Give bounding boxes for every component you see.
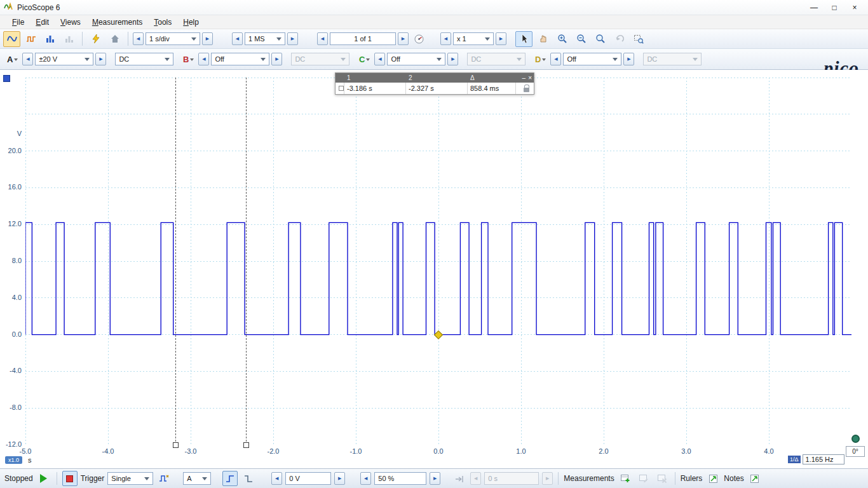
scope-plot[interactable] <box>25 78 851 445</box>
delay-enable-button[interactable] <box>452 471 467 486</box>
dropdown-arrow-icon <box>693 58 698 64</box>
time-ruler-2[interactable] <box>246 78 247 445</box>
channel-b-range-up-button[interactable]: ▶ <box>271 53 282 65</box>
buffer-next-button[interactable]: ▶ <box>398 32 409 45</box>
samples-increase-button[interactable]: ▶ <box>287 32 298 45</box>
menu-edit[interactable]: Edit <box>30 17 55 28</box>
dropdown-arrow-icon <box>144 477 149 483</box>
zoom-select[interactable]: x 1 <box>453 32 494 45</box>
zoom-value: x 1 <box>457 35 466 43</box>
channel-d-range-down-button[interactable]: ◀ <box>550 53 561 65</box>
notes-button[interactable] <box>747 471 763 486</box>
add-measurement-button[interactable] <box>618 471 633 486</box>
advanced-trigger-icon <box>159 473 169 484</box>
menu-tools[interactable]: Tools <box>148 17 177 28</box>
delay-value: 0 s <box>488 475 498 482</box>
stop-button[interactable] <box>62 471 78 486</box>
x-tick-label: 1.0 <box>508 447 534 455</box>
ruler-legend[interactable]: 1 2 Δ – × -3.186 s -2.327 s 858.4 ms <box>335 72 534 95</box>
legend-minimize-button[interactable]: – <box>522 75 526 81</box>
ruler-handle[interactable] <box>243 442 249 448</box>
axis-scroll-handle[interactable] <box>851 435 860 443</box>
buffer-previous-button[interactable]: ◀ <box>317 32 328 45</box>
lightning-icon <box>91 34 101 44</box>
channel-a-range-select[interactable]: ±20 V <box>35 53 93 65</box>
menu-file[interactable]: File <box>6 17 30 28</box>
square-wave-icon <box>26 34 36 44</box>
pretrigger-input[interactable]: 50 % <box>374 472 426 485</box>
time-ruler-1[interactable] <box>175 78 176 445</box>
channel-a-range-up-button[interactable]: ▶ <box>95 53 106 65</box>
legend-drag-handle[interactable] <box>339 86 344 91</box>
samples-select[interactable]: 1 MS <box>245 32 285 45</box>
pretrigger-value: 50 % <box>378 475 394 482</box>
rulers-button[interactable] <box>705 471 721 486</box>
timebase-value: 1 s/div <box>149 35 170 43</box>
home-button[interactable] <box>106 31 123 47</box>
trigger-level-input[interactable]: 0 V <box>285 472 331 485</box>
persistence-view-button[interactable] <box>60 31 78 47</box>
scope-view-button[interactable] <box>3 31 20 47</box>
channel-c-range-up-button[interactable]: ▶ <box>447 53 458 65</box>
zoom-increase-button[interactable]: ▶ <box>496 32 506 45</box>
dropdown-arrow-icon <box>165 58 170 64</box>
buffer-navigator-button[interactable] <box>410 31 428 47</box>
channel-d-range-select[interactable]: Off <box>563 53 621 65</box>
channel-b-label[interactable]: B <box>183 55 194 64</box>
channel-c-range-select[interactable]: Off <box>387 53 445 65</box>
menu-help[interactable]: Help <box>177 17 205 28</box>
menu-measurements[interactable]: Measurements <box>86 17 148 28</box>
edit-measurement-button <box>636 471 651 486</box>
falling-edge-button[interactable] <box>241 471 256 486</box>
pretrigger-up-button[interactable]: ▶ <box>430 472 440 485</box>
channel-a-coupling-select[interactable]: DC <box>115 53 173 65</box>
trigger-source-select[interactable]: A <box>183 472 211 485</box>
x-tick-label: -3.0 <box>178 447 203 455</box>
samples-decrease-button[interactable]: ◀ <box>232 32 243 45</box>
legend-close-button[interactable]: × <box>528 75 532 81</box>
pointer-tool-button[interactable] <box>515 31 532 47</box>
advanced-trigger-button[interactable] <box>156 471 172 486</box>
channel-a-range-value: ±20 V <box>39 55 57 63</box>
marquee-zoom-button[interactable] <box>630 31 647 47</box>
delete-measurement-icon <box>657 473 667 484</box>
menu-views[interactable]: Views <box>55 17 86 28</box>
channel-a-range-down-button[interactable]: ◀ <box>22 53 33 65</box>
channel-a-coupling-value: DC <box>119 55 129 63</box>
xy-view-button[interactable] <box>22 31 39 47</box>
channel-c-range-down-button[interactable]: ◀ <box>374 53 385 65</box>
channel-b-range-down-button[interactable]: ◀ <box>198 53 209 65</box>
timebase-increase-button[interactable]: ▶ <box>202 32 213 45</box>
dropdown-arrow-icon <box>517 58 522 64</box>
lock-icon[interactable] <box>524 88 529 92</box>
channel-a-label[interactable]: A <box>7 55 18 64</box>
undo-zoom-button[interactable] <box>611 31 628 47</box>
minimize-button[interactable]: — <box>804 1 824 14</box>
zoom-full-tool-button[interactable] <box>592 31 609 47</box>
zoom-in-icon <box>557 34 567 44</box>
zoom-decrease-button[interactable]: ◀ <box>440 32 451 45</box>
auto-setup-button[interactable] <box>87 31 104 47</box>
trigger-level-up-button[interactable]: ▶ <box>334 472 345 485</box>
rising-edge-button[interactable] <box>222 471 238 486</box>
zoom-in-tool-button[interactable] <box>553 31 571 47</box>
zoom-out-tool-button[interactable] <box>573 31 590 47</box>
trigger-level-down-button[interactable]: ◀ <box>271 472 282 485</box>
notes-label: Notes <box>724 474 743 483</box>
channel-c-label[interactable]: C <box>359 55 370 64</box>
channel-b-range-select[interactable]: Off <box>211 53 269 65</box>
pretrigger-down-button[interactable]: ◀ <box>360 472 371 485</box>
timebase-select[interactable]: 1 s/div <box>146 32 200 45</box>
close-button[interactable]: × <box>845 1 864 14</box>
channel-d-range-up-button[interactable]: ▶ <box>623 53 634 65</box>
hand-tool-button[interactable] <box>534 31 552 47</box>
start-button[interactable] <box>36 471 51 486</box>
x-zoom-badge: x1.0 <box>5 456 22 464</box>
trigger-mode-select[interactable]: Single <box>107 472 153 485</box>
channel-d-label[interactable]: D <box>535 55 546 64</box>
timebase-decrease-button[interactable]: ◀ <box>133 32 144 45</box>
y-tick-label: 0.0 <box>0 330 22 338</box>
channel-a-axis-marker[interactable] <box>3 75 10 82</box>
spectrum-view-button[interactable] <box>41 31 58 47</box>
maximize-button[interactable]: □ <box>825 1 844 14</box>
